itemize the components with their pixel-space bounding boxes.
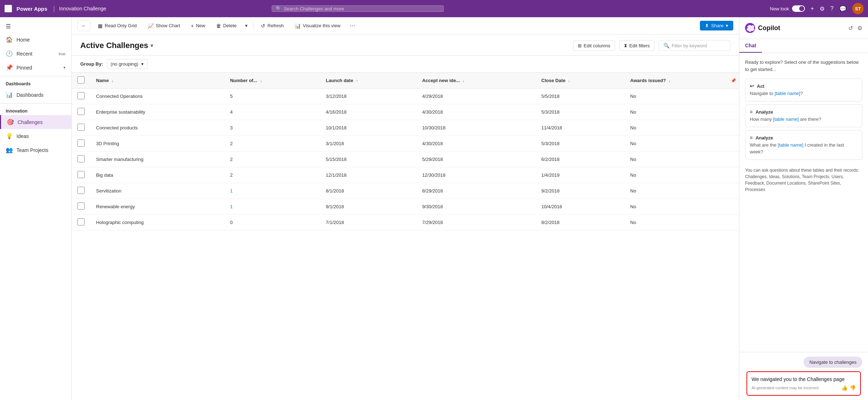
sidebar-item-dashboards[interactable]: 📊 Dashboards xyxy=(0,88,71,102)
sidebar-item-recent[interactable]: 🕐 Recent true xyxy=(0,47,71,61)
copilot-suggestion-act[interactable]: ↩ Act Navigate to [table name]? xyxy=(745,78,862,101)
app-name: Power Apps xyxy=(16,6,47,12)
thumbs-up-button[interactable]: 👍 xyxy=(841,385,848,391)
page-name: Innovation Challenge xyxy=(59,6,106,11)
avatar[interactable]: ST xyxy=(852,3,864,14)
cell-launch-date: 7/1/2018 xyxy=(320,215,416,230)
row-checkbox-cell[interactable] xyxy=(72,183,90,199)
tab-chat-label: Chat xyxy=(745,43,756,48)
cell-accept-new: 4/29/2018 xyxy=(416,89,536,104)
col-header-accept-new[interactable]: Accept new ide... ↓ xyxy=(416,73,536,89)
groupby-select[interactable]: (no grouping) ▾ xyxy=(107,59,148,69)
row-checkbox[interactable] xyxy=(77,139,85,147)
select-all-col[interactable] xyxy=(72,73,90,89)
cell-name: Big data xyxy=(90,167,224,183)
copilot-refresh-button[interactable]: ↺ xyxy=(848,25,853,32)
show-chart-button[interactable]: 📈 Show Chart xyxy=(143,20,185,31)
sidebar-label-pinned: Pinned xyxy=(16,65,60,71)
keyword-filter-input[interactable] xyxy=(672,43,726,48)
table-row[interactable]: Servitization 1 8/1/2018 8/29/2018 9/2/2… xyxy=(72,183,739,199)
row-checkbox[interactable] xyxy=(77,108,85,115)
cell-launch-date: 5/15/2018 xyxy=(320,152,416,167)
sidebar-hamburger[interactable]: ☰ xyxy=(0,20,71,33)
pin-column-icon[interactable]: 📌 xyxy=(731,78,736,83)
sidebar-label-challenges: Challenges xyxy=(18,119,66,125)
table-row[interactable]: 3D Printing 2 3/1/2018 4/30/2018 5/3/201… xyxy=(72,136,739,152)
row-checkbox[interactable] xyxy=(77,203,85,210)
copilot-settings-button[interactable]: ⚙ xyxy=(857,25,862,32)
row-checkbox-cell[interactable] xyxy=(72,136,90,152)
new-look-toggle[interactable] xyxy=(792,5,805,12)
help-button[interactable]: ? xyxy=(830,5,834,12)
chevron-down-icon: ▾ xyxy=(141,61,144,67)
table-row[interactable]: Enterprise sustainability 4 4/16/2018 4/… xyxy=(72,104,739,120)
visualize-button[interactable]: 📊 Visualize this view xyxy=(290,20,345,31)
row-checkbox[interactable] xyxy=(77,124,85,131)
row-checkbox[interactable] xyxy=(77,218,85,225)
col-header-launch-date[interactable]: Launch date ↑ xyxy=(320,73,416,89)
row-checkbox-cell[interactable] xyxy=(72,215,90,230)
row-checkbox[interactable] xyxy=(77,171,85,178)
suggestion-link-analyze2[interactable]: [table name] xyxy=(778,142,803,148)
sort-icon: ↓ xyxy=(111,78,114,83)
cell-number: 5 xyxy=(224,89,320,104)
share-dropdown-icon: ▾ xyxy=(726,23,728,28)
copilot-suggestion-analyze2[interactable]: ≡ Analyze What are the [table name] I cr… xyxy=(745,130,862,159)
copilot-tab-chat[interactable]: Chat xyxy=(739,39,762,53)
row-checkbox[interactable] xyxy=(77,92,85,99)
refresh-button[interactable]: ↺ Refresh xyxy=(256,20,288,31)
settings-button[interactable]: ⚙ xyxy=(820,5,825,12)
sidebar-item-challenges[interactable]: 🎯 Challenges xyxy=(0,115,71,129)
col-header-number[interactable]: Number of... ↓ xyxy=(224,73,320,89)
global-search[interactable]: 🔍 xyxy=(272,5,444,12)
row-checkbox-cell[interactable] xyxy=(72,199,90,215)
row-checkbox-cell[interactable] xyxy=(72,120,90,136)
cell-name: Enterprise sustainability xyxy=(90,104,224,120)
search-input[interactable] xyxy=(284,6,440,11)
table-row[interactable]: Holographic computing 0 7/1/2018 7/29/20… xyxy=(72,215,739,230)
chevron-down-icon[interactable]: ▾ xyxy=(151,43,153,48)
sidebar-item-team-projects[interactable]: 👥 Team Projects xyxy=(0,143,71,157)
cell-accept-new: 9/30/2018 xyxy=(416,199,536,215)
copilot-suggestion-analyze1[interactable]: ≡ Analyze How many [table name] are ther… xyxy=(745,104,862,127)
new-button[interactable]: + New xyxy=(186,20,210,31)
more-options-button[interactable]: ⋯ xyxy=(347,20,358,31)
navigate-to-challenges-chip[interactable]: Navigate to challenges xyxy=(803,357,862,368)
readonly-grid-button[interactable]: ▦ Read Only Grid xyxy=(93,20,142,31)
row-checkbox-cell[interactable] xyxy=(72,167,90,183)
col-header-name[interactable]: Name ↓ xyxy=(90,73,224,89)
waffle-menu-button[interactable] xyxy=(4,5,12,13)
table-row[interactable]: Big data 2 12/1/2018 12/30/2018 1/4/2019… xyxy=(72,167,739,183)
sidebar-item-pinned[interactable]: 📌 Pinned ▾ xyxy=(0,61,71,75)
row-checkbox-cell[interactable] xyxy=(72,104,90,120)
back-button[interactable]: ← xyxy=(77,20,90,31)
edit-columns-button[interactable]: ⊞ Edit columns xyxy=(573,41,615,51)
row-checkbox[interactable] xyxy=(77,155,85,162)
sidebar-item-ideas[interactable]: 💡 Ideas xyxy=(0,129,71,143)
thumbs-down-button[interactable]: 👎 xyxy=(850,385,856,391)
analyze2-icon: ≡ xyxy=(750,135,753,141)
keyword-filter[interactable]: 🔍 xyxy=(659,40,730,51)
table-row[interactable]: Renewable energy 1 9/1/2018 9/30/2018 10… xyxy=(72,199,739,215)
edit-filters-button[interactable]: ⧗ Edit filters xyxy=(619,40,654,51)
add-button[interactable]: + xyxy=(811,5,814,12)
row-checkbox[interactable] xyxy=(77,187,85,194)
suggestion-link-act[interactable]: [table name] xyxy=(774,91,800,96)
sort-icon: ↓ xyxy=(463,78,465,83)
feedback-button[interactable]: 💬 xyxy=(839,5,846,12)
share-button[interactable]: ⬆ Share ▾ xyxy=(700,21,733,30)
table-row[interactable]: Smarter manufacturing 2 5/15/2018 5/29/2… xyxy=(72,152,739,167)
table-row[interactable]: Connected Operations 5 3/12/2018 4/29/20… xyxy=(72,89,739,104)
table-row[interactable]: Connected products 3 10/1/2018 10/30/201… xyxy=(72,120,739,136)
sidebar-item-home[interactable]: 🏠 Home xyxy=(0,33,71,47)
suggestion-link-analyze1[interactable]: [table name] xyxy=(773,116,799,122)
col-header-awards[interactable]: Awards issued? ↓ 📌 xyxy=(625,73,739,89)
delete-button[interactable]: 🗑 Delete xyxy=(211,20,242,31)
delete-dropdown-button[interactable]: ▾ xyxy=(243,20,250,31)
row-checkbox-cell[interactable] xyxy=(72,152,90,167)
row-checkbox-cell[interactable] xyxy=(72,89,90,104)
cell-number[interactable]: 1 xyxy=(224,183,320,199)
col-header-close-date[interactable]: Close Date ↓ xyxy=(536,73,625,89)
select-all-checkbox[interactable] xyxy=(77,76,85,84)
cell-number[interactable]: 1 xyxy=(224,199,320,215)
